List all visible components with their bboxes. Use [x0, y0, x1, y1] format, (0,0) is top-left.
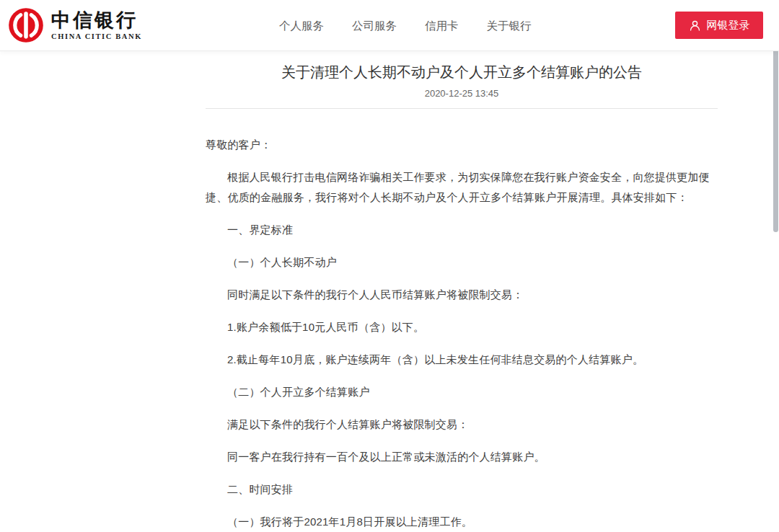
brand-text: 中信银行 CHINA CITIC BANK	[51, 10, 142, 40]
announcement-list-item: 2.截止每年10月底，账户连续两年（含）以上未发生任何非结息交易的个人结算账户。	[206, 350, 718, 370]
announcement-section-heading: 二、时间安排	[206, 479, 718, 500]
announcement-subsection-heading: （一）个人长期不动户	[206, 252, 718, 272]
title-divider	[206, 108, 718, 109]
announcement-subsection-heading: （二）个人开立多个结算账户	[206, 382, 718, 402]
scrollbar	[772, 0, 779, 532]
nav-item-corporate-services[interactable]: 公司服务	[352, 0, 397, 51]
announcement-body: 尊敬的客户： 根据人民银行打击电信网络诈骗相关工作要求，为切实保障您在我行账户资…	[206, 135, 718, 532]
nav-item-personal-services[interactable]: 个人服务	[279, 0, 324, 51]
citic-emblem-icon	[7, 6, 45, 44]
announcement-paragraph: 满足以下条件的我行个人结算账户将被限制交易：	[206, 414, 718, 435]
online-banking-login-button[interactable]: 网银登录	[675, 12, 763, 39]
announcement-paragraph: 尊敬的客户：	[206, 135, 718, 155]
announcement-paragraph: （一）我行将于2021年1月8日开展以上清理工作。	[206, 512, 718, 532]
bank-logo[interactable]: 中信银行 CHINA CITIC BANK	[7, 6, 142, 44]
brand-name-en: CHINA CITIC BANK	[51, 32, 142, 40]
scrollbar-thumb[interactable]	[773, 24, 778, 232]
announcement-section-heading: 一、界定标准	[206, 220, 718, 240]
nav-item-about-bank[interactable]: 关于银行	[486, 0, 531, 51]
announcement-paragraph: 同时满足以下条件的我行个人人民币结算账户将被限制交易：	[206, 285, 718, 305]
nav-item-credit-card[interactable]: 信用卡	[425, 0, 459, 51]
announcement-article: 关于清理个人长期不动户及个人开立多个结算账户的公告 2020-12-25 13:…	[206, 51, 718, 532]
announcement-paragraph: 根据人民银行打击电信网络诈骗相关工作要求，为切实保障您在我行账户资金安全，向您提…	[206, 167, 718, 208]
announcement-title: 关于清理个人长期不动户及个人开立多个结算账户的公告	[206, 62, 718, 82]
announcement-date: 2020-12-25 13:45	[206, 88, 718, 99]
page: 中信银行 CHINA CITIC BANK 个人服务 公司服务 信用卡 关于银行…	[0, 0, 779, 532]
announcement-paragraph: 同一客户在我行持有一百个及以上正常或未激活的个人结算账户。	[206, 447, 718, 467]
user-icon	[689, 19, 701, 32]
header: 中信银行 CHINA CITIC BANK 个人服务 公司服务 信用卡 关于银行…	[0, 0, 779, 51]
announcement-list-item: 1.账户余额低于10元人民币（含）以下。	[206, 317, 718, 337]
login-button-label: 网银登录	[707, 19, 750, 32]
brand-name-cn: 中信银行	[51, 10, 142, 30]
main-nav: 个人服务 公司服务 信用卡 关于银行	[279, 0, 532, 51]
